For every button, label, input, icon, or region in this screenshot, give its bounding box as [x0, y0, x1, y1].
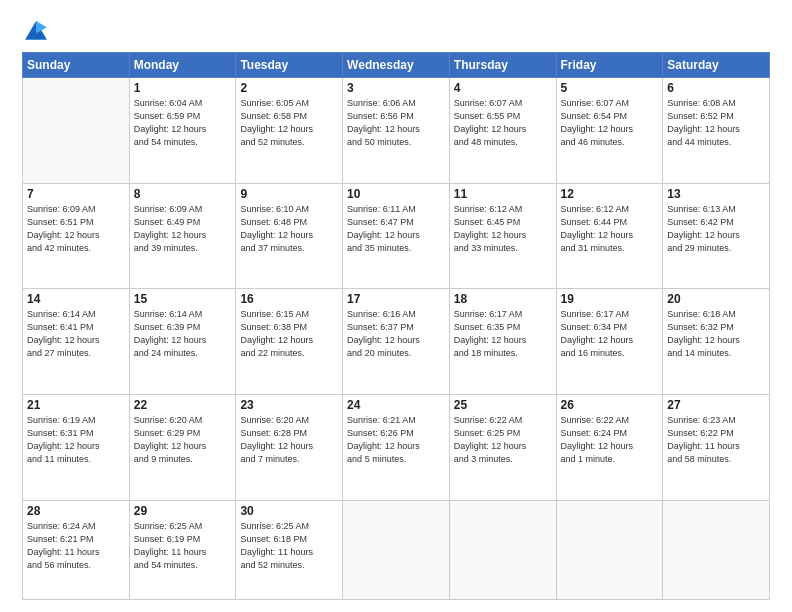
calendar-header-row: SundayMondayTuesdayWednesdayThursdayFrid…	[23, 53, 770, 78]
day-number: 1	[134, 81, 232, 95]
day-number: 11	[454, 187, 552, 201]
day-info: Sunrise: 6:07 AMSunset: 6:54 PMDaylight:…	[561, 97, 659, 149]
day-number: 20	[667, 292, 765, 306]
day-number: 16	[240, 292, 338, 306]
day-cell: 23Sunrise: 6:20 AMSunset: 6:28 PMDayligh…	[236, 394, 343, 500]
day-number: 28	[27, 504, 125, 518]
day-cell: 11Sunrise: 6:12 AMSunset: 6:45 PMDayligh…	[449, 183, 556, 289]
day-cell: 20Sunrise: 6:18 AMSunset: 6:32 PMDayligh…	[663, 289, 770, 395]
day-cell: 22Sunrise: 6:20 AMSunset: 6:29 PMDayligh…	[129, 394, 236, 500]
day-cell: 10Sunrise: 6:11 AMSunset: 6:47 PMDayligh…	[343, 183, 450, 289]
day-cell: 29Sunrise: 6:25 AMSunset: 6:19 PMDayligh…	[129, 500, 236, 599]
day-cell: 5Sunrise: 6:07 AMSunset: 6:54 PMDaylight…	[556, 78, 663, 184]
day-info: Sunrise: 6:14 AMSunset: 6:41 PMDaylight:…	[27, 308, 125, 360]
day-info: Sunrise: 6:16 AMSunset: 6:37 PMDaylight:…	[347, 308, 445, 360]
day-cell: 2Sunrise: 6:05 AMSunset: 6:58 PMDaylight…	[236, 78, 343, 184]
logo	[22, 18, 54, 46]
day-cell: 14Sunrise: 6:14 AMSunset: 6:41 PMDayligh…	[23, 289, 130, 395]
day-info: Sunrise: 6:24 AMSunset: 6:21 PMDaylight:…	[27, 520, 125, 572]
day-info: Sunrise: 6:19 AMSunset: 6:31 PMDaylight:…	[27, 414, 125, 466]
day-info: Sunrise: 6:14 AMSunset: 6:39 PMDaylight:…	[134, 308, 232, 360]
day-cell: 15Sunrise: 6:14 AMSunset: 6:39 PMDayligh…	[129, 289, 236, 395]
page: SundayMondayTuesdayWednesdayThursdayFrid…	[0, 0, 792, 612]
day-info: Sunrise: 6:07 AMSunset: 6:55 PMDaylight:…	[454, 97, 552, 149]
day-number: 6	[667, 81, 765, 95]
day-cell	[343, 500, 450, 599]
day-info: Sunrise: 6:25 AMSunset: 6:19 PMDaylight:…	[134, 520, 232, 572]
day-info: Sunrise: 6:09 AMSunset: 6:49 PMDaylight:…	[134, 203, 232, 255]
day-info: Sunrise: 6:04 AMSunset: 6:59 PMDaylight:…	[134, 97, 232, 149]
day-number: 19	[561, 292, 659, 306]
header	[22, 18, 770, 46]
day-info: Sunrise: 6:13 AMSunset: 6:42 PMDaylight:…	[667, 203, 765, 255]
day-info: Sunrise: 6:22 AMSunset: 6:25 PMDaylight:…	[454, 414, 552, 466]
day-number: 7	[27, 187, 125, 201]
day-number: 8	[134, 187, 232, 201]
day-number: 4	[454, 81, 552, 95]
day-number: 14	[27, 292, 125, 306]
day-cell: 25Sunrise: 6:22 AMSunset: 6:25 PMDayligh…	[449, 394, 556, 500]
calendar-table: SundayMondayTuesdayWednesdayThursdayFrid…	[22, 52, 770, 600]
week-row-3: 14Sunrise: 6:14 AMSunset: 6:41 PMDayligh…	[23, 289, 770, 395]
day-info: Sunrise: 6:21 AMSunset: 6:26 PMDaylight:…	[347, 414, 445, 466]
day-cell: 13Sunrise: 6:13 AMSunset: 6:42 PMDayligh…	[663, 183, 770, 289]
day-info: Sunrise: 6:25 AMSunset: 6:18 PMDaylight:…	[240, 520, 338, 572]
day-info: Sunrise: 6:22 AMSunset: 6:24 PMDaylight:…	[561, 414, 659, 466]
day-info: Sunrise: 6:20 AMSunset: 6:28 PMDaylight:…	[240, 414, 338, 466]
day-cell: 4Sunrise: 6:07 AMSunset: 6:55 PMDaylight…	[449, 78, 556, 184]
day-cell: 26Sunrise: 6:22 AMSunset: 6:24 PMDayligh…	[556, 394, 663, 500]
day-number: 15	[134, 292, 232, 306]
day-info: Sunrise: 6:12 AMSunset: 6:44 PMDaylight:…	[561, 203, 659, 255]
day-info: Sunrise: 6:08 AMSunset: 6:52 PMDaylight:…	[667, 97, 765, 149]
col-header-friday: Friday	[556, 53, 663, 78]
day-number: 21	[27, 398, 125, 412]
day-info: Sunrise: 6:17 AMSunset: 6:34 PMDaylight:…	[561, 308, 659, 360]
logo-icon	[22, 18, 50, 46]
week-row-1: 1Sunrise: 6:04 AMSunset: 6:59 PMDaylight…	[23, 78, 770, 184]
day-number: 12	[561, 187, 659, 201]
day-info: Sunrise: 6:09 AMSunset: 6:51 PMDaylight:…	[27, 203, 125, 255]
day-info: Sunrise: 6:15 AMSunset: 6:38 PMDaylight:…	[240, 308, 338, 360]
day-info: Sunrise: 6:18 AMSunset: 6:32 PMDaylight:…	[667, 308, 765, 360]
day-cell: 9Sunrise: 6:10 AMSunset: 6:48 PMDaylight…	[236, 183, 343, 289]
week-row-5: 28Sunrise: 6:24 AMSunset: 6:21 PMDayligh…	[23, 500, 770, 599]
day-cell: 7Sunrise: 6:09 AMSunset: 6:51 PMDaylight…	[23, 183, 130, 289]
day-cell: 3Sunrise: 6:06 AMSunset: 6:56 PMDaylight…	[343, 78, 450, 184]
day-number: 22	[134, 398, 232, 412]
day-number: 23	[240, 398, 338, 412]
col-header-thursday: Thursday	[449, 53, 556, 78]
day-cell: 21Sunrise: 6:19 AMSunset: 6:31 PMDayligh…	[23, 394, 130, 500]
day-number: 30	[240, 504, 338, 518]
col-header-monday: Monday	[129, 53, 236, 78]
day-cell: 17Sunrise: 6:16 AMSunset: 6:37 PMDayligh…	[343, 289, 450, 395]
day-info: Sunrise: 6:05 AMSunset: 6:58 PMDaylight:…	[240, 97, 338, 149]
week-row-4: 21Sunrise: 6:19 AMSunset: 6:31 PMDayligh…	[23, 394, 770, 500]
day-cell: 30Sunrise: 6:25 AMSunset: 6:18 PMDayligh…	[236, 500, 343, 599]
day-number: 27	[667, 398, 765, 412]
col-header-saturday: Saturday	[663, 53, 770, 78]
week-row-2: 7Sunrise: 6:09 AMSunset: 6:51 PMDaylight…	[23, 183, 770, 289]
day-cell: 1Sunrise: 6:04 AMSunset: 6:59 PMDaylight…	[129, 78, 236, 184]
day-cell: 24Sunrise: 6:21 AMSunset: 6:26 PMDayligh…	[343, 394, 450, 500]
day-info: Sunrise: 6:11 AMSunset: 6:47 PMDaylight:…	[347, 203, 445, 255]
day-cell: 12Sunrise: 6:12 AMSunset: 6:44 PMDayligh…	[556, 183, 663, 289]
day-info: Sunrise: 6:17 AMSunset: 6:35 PMDaylight:…	[454, 308, 552, 360]
day-cell: 16Sunrise: 6:15 AMSunset: 6:38 PMDayligh…	[236, 289, 343, 395]
day-number: 5	[561, 81, 659, 95]
day-number: 10	[347, 187, 445, 201]
day-number: 9	[240, 187, 338, 201]
day-number: 18	[454, 292, 552, 306]
day-cell	[23, 78, 130, 184]
day-cell: 28Sunrise: 6:24 AMSunset: 6:21 PMDayligh…	[23, 500, 130, 599]
col-header-sunday: Sunday	[23, 53, 130, 78]
day-cell	[556, 500, 663, 599]
day-info: Sunrise: 6:20 AMSunset: 6:29 PMDaylight:…	[134, 414, 232, 466]
day-cell: 19Sunrise: 6:17 AMSunset: 6:34 PMDayligh…	[556, 289, 663, 395]
day-cell: 27Sunrise: 6:23 AMSunset: 6:22 PMDayligh…	[663, 394, 770, 500]
day-number: 17	[347, 292, 445, 306]
day-number: 26	[561, 398, 659, 412]
day-cell: 6Sunrise: 6:08 AMSunset: 6:52 PMDaylight…	[663, 78, 770, 184]
day-number: 24	[347, 398, 445, 412]
day-info: Sunrise: 6:12 AMSunset: 6:45 PMDaylight:…	[454, 203, 552, 255]
col-header-wednesday: Wednesday	[343, 53, 450, 78]
